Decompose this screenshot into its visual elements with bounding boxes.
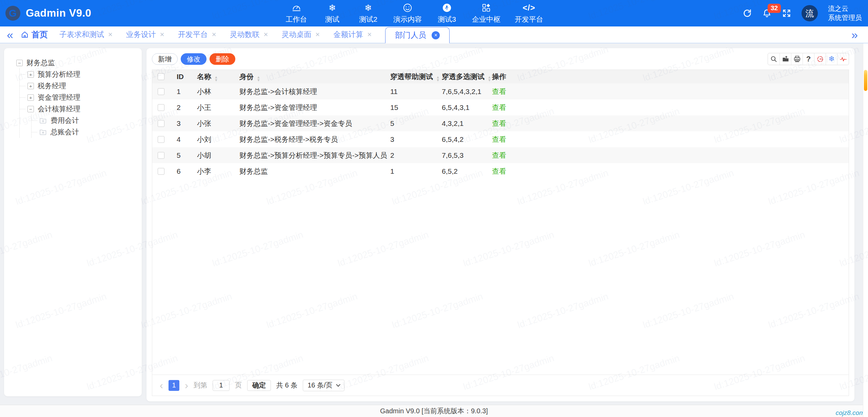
next-page-icon[interactable] [185, 380, 188, 391]
col-label: 身份 [239, 73, 254, 80]
tab-item[interactable]: 灵动数联 [230, 30, 268, 40]
confirm-page-button[interactable]: 确定 [247, 380, 271, 391]
pagination-bar: 1 到第 1 页 确定 共 6 条 16 条/页 [152, 375, 849, 396]
close-icon[interactable] [160, 30, 164, 39]
col-label: 穿透多选测试 [442, 73, 485, 80]
nav-item-test2[interactable]: 测试2 [357, 3, 379, 24]
nav-item-demo[interactable]: 演示内容 [393, 3, 422, 24]
refresh-icon[interactable] [743, 8, 752, 18]
sort-icon[interactable] [488, 76, 491, 82]
search-icon[interactable] [768, 53, 780, 65]
col-header-id[interactable]: ID [170, 73, 190, 81]
table-row[interactable]: 3 小张 财务总监->资金管理经理->资金专员 5 4,3,2,1 查看 [152, 115, 849, 131]
page-size-select[interactable]: 16 条/页 [303, 380, 344, 391]
tree-node-root[interactable]: 财务总监 [16, 57, 138, 69]
view-link[interactable]: 查看 [492, 88, 506, 95]
tree-node-branch[interactable]: 会计核算经理 [20, 103, 138, 115]
tree-node-leaf[interactable]: 总账会计 [32, 126, 138, 138]
close-icon[interactable] [264, 30, 268, 39]
cell-id: 2 [170, 103, 190, 112]
delete-button[interactable]: 删除 [210, 53, 235, 65]
col-header-identity[interactable]: 身份 [239, 72, 390, 82]
close-icon[interactable] [432, 31, 440, 39]
row-checkbox[interactable] [158, 152, 164, 159]
pulse-icon[interactable] [837, 53, 849, 65]
close-icon[interactable] [315, 30, 320, 39]
row-checkbox[interactable] [158, 104, 164, 111]
gauge-icon[interactable] [814, 53, 826, 65]
close-icon[interactable] [367, 30, 372, 39]
sort-icon[interactable] [257, 76, 260, 82]
tab-home[interactable]: 首页 [21, 29, 48, 40]
page-scrollbar [863, 43, 868, 417]
nav-item-test3[interactable]: 测试3 [436, 3, 458, 24]
tree-node-branch[interactable]: 税务经理 [20, 80, 138, 92]
nav-item-workbench[interactable]: 工作台 [285, 3, 307, 24]
tab-home-label: 首页 [32, 29, 48, 40]
expand-toggle-icon[interactable] [27, 94, 34, 101]
cell-identity: 财务总监->税务经理->税务专员 [239, 135, 390, 144]
scrollbar-thumb[interactable] [864, 70, 867, 91]
tab-item[interactable]: 灵动桌面 [281, 30, 320, 40]
export-icon[interactable] [780, 53, 791, 65]
collapse-tabs-icon[interactable] [7, 29, 13, 40]
view-link[interactable]: 查看 [492, 151, 506, 159]
expand-tabs-icon[interactable] [851, 29, 858, 40]
row-checkbox[interactable] [158, 168, 164, 175]
select-all-checkbox[interactable] [158, 73, 164, 80]
tab-item[interactable]: 子表求和测试 [59, 30, 113, 40]
collapse-toggle-icon[interactable] [16, 60, 23, 66]
fullscreen-icon[interactable] [782, 8, 791, 18]
edit-button[interactable]: 修改 [181, 53, 206, 65]
table-row[interactable]: 5 小胡 财务总监->预算分析经理->预算专员->预算人员 2 7,6,5,3 … [152, 147, 849, 163]
table-row[interactable]: 2 小王 财务总监->资金管理经理 15 6,5,4,3,1 查看 [152, 99, 849, 115]
goto-page-input[interactable]: 1 [213, 380, 230, 391]
row-checkbox[interactable] [158, 136, 164, 143]
user-info[interactable]: 流之云 系统管理员 [828, 4, 862, 22]
print-icon[interactable] [791, 53, 803, 65]
col-header-help[interactable]: 穿透帮助测试 [390, 72, 442, 82]
nav-item-dev-platform[interactable]: 开发平台 [515, 3, 543, 24]
col-header-name[interactable]: 名称 [190, 72, 239, 82]
nav-item-enterprise-hub[interactable]: 企业中枢 [472, 3, 500, 24]
prev-page-icon[interactable] [160, 380, 163, 391]
row-checkbox[interactable] [158, 88, 164, 95]
user-avatar[interactable]: 流 [802, 5, 818, 21]
tab-label: 子表求和测试 [59, 30, 104, 40]
view-link[interactable]: 查看 [492, 135, 506, 143]
tab-label: 金额计算 [333, 30, 363, 40]
col-label: 名称 [197, 73, 211, 80]
view-link[interactable]: 查看 [492, 167, 506, 175]
sort-icon[interactable] [436, 76, 440, 82]
view-link[interactable]: 查看 [492, 103, 506, 111]
notifications-bell-icon[interactable]: 32 [762, 8, 772, 18]
add-button[interactable]: 新增 [152, 53, 178, 65]
table-row[interactable]: 1 小林 财务总监->会计核算经理 11 7,6,5,4,3,2,1 查看 [152, 83, 849, 99]
row-checkbox[interactable] [158, 120, 164, 127]
tree-node-leaf[interactable]: 费用会计 [32, 115, 138, 126]
goto-suffix-label: 页 [235, 381, 242, 390]
tree-node-branch[interactable]: 资金管理经理 [20, 92, 138, 103]
tree-node-branch[interactable]: 预算分析经理 [20, 69, 138, 80]
help-icon[interactable] [803, 53, 814, 65]
collapse-toggle-icon[interactable] [27, 106, 34, 112]
cell-id: 1 [170, 88, 190, 96]
cell-help: 1 [390, 167, 442, 175]
view-link[interactable]: 查看 [492, 119, 506, 127]
table-row[interactable]: 6 小李 财务总监 1 6,5,2 查看 [152, 163, 849, 179]
tab-item[interactable]: 开发平台 [178, 30, 216, 40]
col-header-multi[interactable]: 穿透多选测试 [442, 72, 492, 82]
site-watermark: cojz8.com [835, 409, 865, 417]
expand-toggle-icon[interactable] [27, 83, 34, 89]
nav-item-test[interactable]: 测试 [321, 3, 343, 24]
close-icon[interactable] [108, 30, 113, 39]
tab-item-active[interactable]: 部门人员 [385, 27, 450, 43]
expand-toggle-icon[interactable] [27, 71, 34, 78]
current-page-button[interactable]: 1 [169, 380, 179, 391]
table-row[interactable]: 4 小刘 财务总监->税务经理->税务专员 3 6,5,4,2 查看 [152, 131, 849, 147]
tab-item[interactable]: 金额计算 [333, 30, 372, 40]
sort-icon[interactable] [214, 76, 218, 82]
snowflake-icon[interactable] [826, 53, 837, 65]
close-icon[interactable] [212, 30, 216, 39]
tab-item[interactable]: 业务设计 [126, 30, 164, 40]
